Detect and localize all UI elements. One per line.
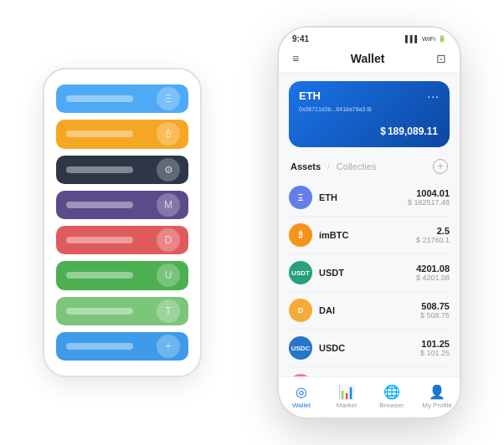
- token-row-usdc[interactable]: USDC USDC 101.25 $ 101.25: [289, 330, 450, 367]
- phone-header: ≡ Wallet ⊡: [279, 47, 460, 73]
- assets-bar: Assets / Collecties +: [279, 154, 460, 179]
- eth-token-name: ETH: [319, 192, 408, 202]
- strip-6[interactable]: U: [56, 261, 188, 289]
- eth-card[interactable]: ETH ··· 0x08711d3b...8418a78a3 ⊞ $189,08…: [289, 81, 450, 147]
- usdc-token-amounts: 101.25 $ 101.25: [420, 339, 450, 357]
- status-bar: 9:41 ▌▌▌ WiFi 🔋: [279, 28, 460, 47]
- status-icons: ▌▌▌ WiFi 🔋: [405, 35, 446, 43]
- strip-label-8: [66, 343, 133, 350]
- tab-assets[interactable]: Assets: [291, 161, 321, 171]
- strip-label-1: [66, 95, 133, 102]
- dai-token-usd: $ 508.75: [420, 311, 450, 320]
- nav-item-wallet[interactable]: ◎ Wallet: [279, 384, 324, 409]
- strip-1[interactable]: Ξ: [56, 84, 188, 113]
- status-time: 9:41: [292, 34, 309, 43]
- wallet-nav-icon: ◎: [296, 384, 307, 400]
- strip-icon-5: D: [157, 228, 180, 252]
- strip-5[interactable]: D: [56, 226, 188, 254]
- strip-label-3: [66, 166, 133, 173]
- eth-token-amount: 1004.01: [408, 188, 450, 198]
- usdc-token-amount: 101.25: [420, 339, 450, 349]
- profile-nav-icon: 👤: [429, 384, 445, 400]
- imbtc-token-icon: ₿: [289, 223, 312, 247]
- usdc-token-name: USDC: [319, 343, 420, 353]
- wallet-nav-label: Wallet: [292, 402, 311, 409]
- imbtc-token-usd: $ 21760.1: [416, 236, 450, 244]
- nav-item-profile[interactable]: 👤 My Profile: [414, 384, 460, 409]
- strip-4[interactable]: M: [56, 191, 188, 219]
- imbtc-token-name: imBTC: [319, 230, 416, 240]
- usdc-token-icon: USDC: [289, 336, 312, 360]
- strip-icon-2: ₿: [157, 122, 180, 146]
- token-row-usdt[interactable]: USDT USDT 4201.08 $ 4201.08: [289, 254, 450, 292]
- strip-label-5: [66, 237, 133, 243]
- bottom-nav: ◎ Wallet 📊 Market 🌐 Browser 👤 My Profile: [279, 376, 460, 417]
- eth-card-address: 0x08711d3b...8418a78a3 ⊞: [299, 106, 440, 113]
- strip-icon-7: T: [157, 299, 180, 323]
- strip-icon-6: U: [157, 263, 180, 287]
- strip-8[interactable]: +: [56, 332, 188, 361]
- strip-3[interactable]: ⚙: [56, 156, 188, 184]
- phone-front: 9:41 ▌▌▌ WiFi 🔋 ≡ Wallet ⊡ ETH ··· 0x087…: [277, 26, 461, 419]
- add-asset-button[interactable]: +: [433, 159, 448, 174]
- nav-item-browser[interactable]: 🌐 Browser: [369, 384, 414, 409]
- eth-card-balance: $189,089.11: [299, 120, 440, 139]
- usdt-token-icon: USDT: [289, 261, 312, 284]
- usdt-token-amounts: 4201.08 $ 4201.08: [416, 263, 450, 282]
- eth-card-currency-symbol: $: [380, 125, 386, 137]
- eth-card-top: ETH ···: [299, 90, 440, 103]
- page-title: Wallet: [351, 52, 385, 65]
- tab-separator: /: [327, 162, 330, 171]
- eth-token-amounts: 1004.01 $ 162517.48: [408, 188, 450, 207]
- phone-back: Ξ ₿ ⚙ M D U T +: [43, 68, 202, 377]
- assets-tabs: Assets / Collecties: [291, 161, 377, 171]
- scan-icon[interactable]: ⊡: [436, 52, 446, 65]
- eth-token-usd: $ 162517.48: [408, 198, 450, 207]
- eth-card-more-icon[interactable]: ···: [427, 90, 440, 103]
- wifi-icon: WiFi: [422, 35, 435, 43]
- market-nav-label: Market: [337, 402, 357, 409]
- strip-icon-4: M: [157, 193, 180, 217]
- usdc-token-usd: $ 101.25: [420, 349, 450, 357]
- dai-token-name: DAI: [319, 305, 420, 315]
- dai-token-icon: D: [289, 299, 312, 322]
- token-row-imbtc[interactable]: ₿ imBTC 2.5 $ 21760.1: [289, 217, 450, 254]
- profile-nav-label: My Profile: [422, 402, 452, 409]
- dai-token-amounts: 508.75 $ 508.75: [420, 301, 450, 320]
- eth-card-name: ETH: [299, 90, 321, 102]
- usdt-token-usd: $ 4201.08: [416, 274, 450, 282]
- phone-content: ETH ··· 0x08711d3b...8418a78a3 ⊞ $189,08…: [279, 73, 460, 376]
- strip-label-2: [66, 130, 133, 137]
- dai-token-amount: 508.75: [420, 301, 450, 311]
- token-row-dai[interactable]: D DAI 508.75 $ 508.75: [289, 292, 450, 330]
- strip-2[interactable]: ₿: [56, 120, 188, 148]
- eth-token-icon: Ξ: [289, 186, 312, 209]
- strip-icon-1: Ξ: [157, 87, 180, 110]
- nav-item-market[interactable]: 📊 Market: [324, 384, 369, 409]
- strip-label-4: [66, 202, 133, 208]
- eth-card-balance-value: 189,089.11: [388, 125, 438, 137]
- signal-icon: ▌▌▌: [405, 35, 419, 43]
- imbtc-token-amount: 2.5: [416, 226, 450, 236]
- strip-label-7: [66, 308, 133, 315]
- scene: Ξ ₿ ⚙ M D U T +: [18, 13, 486, 432]
- imbtc-token-amounts: 2.5 $ 21760.1: [416, 226, 450, 244]
- strip-icon-3: ⚙: [157, 158, 180, 182]
- tab-collecties[interactable]: Collecties: [337, 161, 377, 171]
- token-row-eth[interactable]: Ξ ETH 1004.01 $ 162517.48: [289, 179, 450, 217]
- strip-7[interactable]: T: [56, 297, 188, 325]
- token-row-tft[interactable]: 🌷 TFT 13 0: [289, 367, 450, 376]
- strip-icon-8: +: [157, 335, 180, 358]
- battery-icon: 🔋: [438, 35, 446, 43]
- token-list: Ξ ETH 1004.01 $ 162517.48 ₿ imBTC 2.5 $ …: [279, 179, 460, 376]
- browser-nav-icon: 🌐: [383, 384, 400, 400]
- market-nav-icon: 📊: [338, 384, 355, 400]
- strip-label-6: [66, 272, 133, 279]
- menu-icon[interactable]: ≡: [292, 52, 299, 65]
- browser-nav-label: Browser: [379, 402, 404, 409]
- usdt-token-amount: 4201.08: [416, 263, 450, 274]
- usdt-token-name: USDT: [319, 268, 416, 278]
